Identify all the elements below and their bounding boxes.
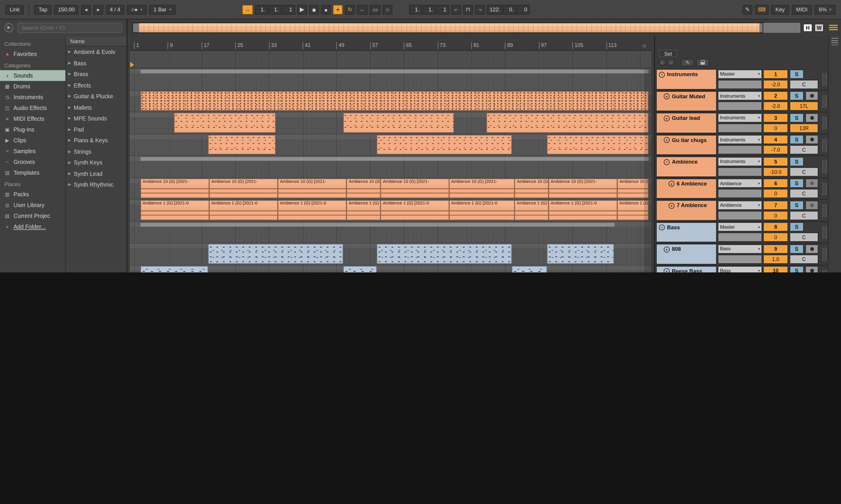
track-fold-icon[interactable]: ▾ [664, 247, 670, 252]
track-name-cell[interactable]: ≡Bass [656, 222, 717, 242]
row-resize-grip[interactable] [821, 243, 828, 265]
volume-value[interactable]: -10.0 [763, 167, 788, 176]
lane-guitar-muted[interactable] [130, 90, 651, 112]
solo-button[interactable]: S [790, 113, 804, 122]
volume-value[interactable]: -2.0 [763, 79, 788, 89]
output-routing-select[interactable]: Instruments▾ [718, 157, 762, 166]
scrub-area[interactable] [130, 51, 651, 69]
link-button[interactable]: Link [5, 5, 24, 14]
play-button[interactable]: ▶ [297, 5, 307, 14]
track-fold-icon[interactable]: ▾ [669, 181, 674, 187]
group-clips-segment[interactable] [140, 157, 649, 161]
row-resize-grip[interactable] [821, 112, 828, 134]
track-header-bass[interactable]: ≡BassMaster▾8S0C [655, 221, 828, 243]
clip[interactable] [174, 113, 276, 133]
capture-midi-button[interactable]: ↻ [345, 5, 355, 14]
sidebar-item-plug-ins[interactable]: ▣Plug-Ins [0, 124, 65, 135]
browser-item-piano-keys[interactable]: ▶Piano & Keys [66, 135, 126, 146]
follow-button[interactable]: → [242, 5, 253, 14]
pan-value[interactable]: 17L [790, 102, 818, 110]
solo-button[interactable]: S [790, 135, 804, 144]
next-marker-button[interactable]: → [668, 59, 674, 66]
clip[interactable]: Ambience 1 (G) [2021-0 [347, 200, 381, 220]
overview-viewport[interactable] [132, 22, 763, 33]
clip[interactable] [547, 244, 614, 264]
row-resize-grip[interactable] [821, 69, 828, 90]
preview-play-button[interactable]: ▶ [4, 23, 14, 32]
sidebar-item-current-projec[interactable]: ▤Current Projec [0, 211, 65, 221]
prev-marker-button[interactable]: ← [659, 59, 666, 66]
solo-button[interactable]: S [790, 157, 804, 166]
clip[interactable] [343, 266, 377, 272]
volume-value[interactable]: 0 [763, 232, 788, 241]
pan-value[interactable]: C [790, 189, 818, 198]
arm-button[interactable] [805, 179, 818, 187]
output-routing-select[interactable]: Bass▾ [718, 266, 762, 272]
sidebar-item-sounds[interactable]: ♪Sounds [0, 70, 65, 81]
nudge-up-button[interactable]: ▸ [93, 5, 103, 14]
volume-value[interactable]: 0 [763, 123, 788, 132]
track-name-cell[interactable]: ▾Reese Bass [656, 266, 717, 272]
row-resize-grip[interactable] [821, 90, 828, 112]
clip[interactable]: Ambience 1 (G) [2021-0 [140, 200, 209, 220]
pan-value[interactable]: C [790, 145, 818, 154]
clip[interactable]: Ambience 10 (G) [2021- [515, 178, 548, 198]
track-header-ambience[interactable]: ≡AmbienceInstruments▾5S-10.0C [655, 156, 828, 178]
output-routing-select[interactable]: Bass▾ [718, 244, 762, 253]
track-header-guitar-muted[interactable]: ▾Guitar MutedInstruments▾2S-2.017L [655, 90, 828, 112]
clip[interactable]: Ambience 10 (G) [2021- [278, 178, 346, 198]
clip[interactable] [547, 135, 648, 155]
browser-item-mallets[interactable]: ▶Mallets [66, 102, 126, 113]
overdub-button[interactable]: + [333, 5, 343, 14]
clip[interactable] [512, 266, 547, 272]
beat-time-ruler[interactable]: 191725334149576573818997105113◁ [130, 41, 651, 51]
group-clips-segment[interactable] [140, 222, 615, 226]
solo-button[interactable]: S [790, 179, 804, 187]
output-routing-select[interactable]: Instruments▾ [718, 113, 762, 122]
punch-out-button[interactable]: ¬ [475, 5, 485, 14]
clip[interactable]: Ambience 1 (G) [2021-0 [548, 200, 617, 220]
sidebar-item-templates[interactable]: ▤Templates [0, 167, 65, 178]
pan-value[interactable]: 13R [790, 123, 818, 132]
track-name-cell[interactable]: ≡Instruments [656, 69, 717, 89]
clip[interactable] [140, 91, 649, 111]
cpu-meter[interactable]: 6% ▾ [814, 5, 836, 14]
clip[interactable]: Ambience 10 (G) [2021- [347, 178, 381, 198]
lane-gu-itar-chugs[interactable] [130, 134, 651, 156]
track-fold-icon[interactable]: ▾ [669, 203, 674, 209]
track-name-cell[interactable]: ▾Guitar lead [656, 113, 717, 133]
track-header-gu-itar-chugs[interactable]: ▾Gu itar chugsInstruments▾4S-7.0C [655, 134, 828, 156]
arm-button[interactable] [805, 266, 818, 272]
lane-ambience[interactable] [130, 156, 651, 178]
group-clips-segment[interactable] [140, 70, 649, 73]
pan-value[interactable]: C [790, 167, 818, 176]
sidebar-item-favorites[interactable]: ■Favorites [0, 49, 65, 59]
browser-item-brass[interactable]: ▶Brass [66, 69, 126, 79]
pan-value[interactable]: C [790, 79, 818, 89]
sidebar-item-packs[interactable]: ▥Packs [0, 189, 65, 200]
clip[interactable] [140, 266, 208, 272]
clip[interactable]: Ambience 1 (G) [2021-0 [515, 200, 548, 220]
track-fold-icon[interactable]: ▾ [664, 115, 670, 121]
solo-button[interactable]: S [790, 222, 804, 231]
browser-item-bass[interactable]: ▶Bass [66, 57, 126, 69]
metronome-button[interactable]: ○● ▾ [127, 5, 147, 14]
clip[interactable]: Ambience 10 (G) [2021- [140, 178, 209, 198]
output-routing-select[interactable]: Instruments▾ [718, 91, 762, 100]
group-fold-icon[interactable]: ≡ [659, 71, 665, 77]
menu-icon[interactable] [829, 24, 838, 31]
clip[interactable]: Ambience 10 (G) [2021- [617, 178, 648, 198]
pan-value[interactable]: C [790, 211, 818, 220]
browser-item-ambient-evolv[interactable]: ▶Ambient & Evolv [66, 47, 126, 57]
track-name-cell[interactable]: ▾Gu itar chugs [656, 135, 717, 155]
browser-item-pad[interactable]: ▶Pad [66, 124, 126, 135]
pan-value[interactable]: C [790, 254, 818, 263]
punch-region-button[interactable]: ▭ [370, 5, 380, 14]
clip[interactable]: Ambience 1 (G) [2021-0 [617, 200, 648, 220]
volume-value[interactable]: 0 [763, 189, 788, 198]
sidebar-item-user-library[interactable]: ◎User Library [0, 200, 65, 211]
row-resize-grip[interactable] [821, 200, 828, 222]
row-resize-grip[interactable] [821, 134, 828, 156]
midi-map-button[interactable]: MIDI [792, 5, 812, 14]
sidebar-item-drums[interactable]: ▦Drums [0, 81, 65, 92]
